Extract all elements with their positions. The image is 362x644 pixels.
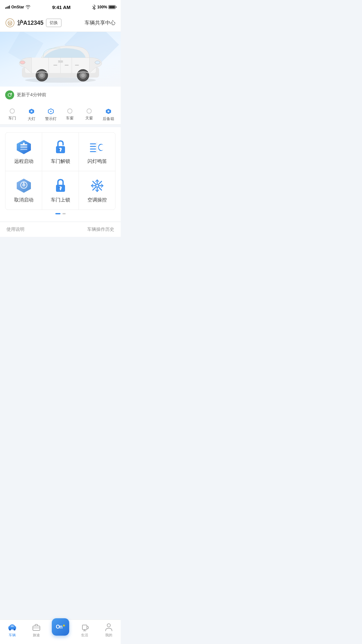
svg-rect-21 <box>75 65 79 66</box>
car-svg: 英朗 <box>15 38 106 83</box>
svg-rect-20 <box>65 65 69 66</box>
action-label-flash-horn: 闪灯鸣笛 <box>88 158 107 164</box>
indicator-window[interactable]: 车窗 <box>60 108 79 122</box>
signal-icon <box>5 5 10 9</box>
action-label-remote-start: 远程启动 <box>14 158 33 164</box>
cancel-start-icon <box>16 178 32 194</box>
status-indicators: 车门 大灯 警示灯 车窗 天窗 <box>0 103 121 125</box>
svg-point-32 <box>23 143 25 145</box>
indicator-label-sunroof: 天窗 <box>85 116 93 121</box>
page-dot-inactive <box>62 213 66 214</box>
indicator-label-trunk: 后备箱 <box>103 116 114 122</box>
share-center-link[interactable]: 车辆共享中心 <box>85 20 116 26</box>
indicator-dot-sunroof <box>87 108 92 114</box>
indicator-label-warning: 警示灯 <box>45 116 57 122</box>
svg-rect-31 <box>20 149 27 150</box>
svg-point-27 <box>107 110 109 112</box>
ac-control-icon <box>89 178 105 194</box>
update-status: 更新于4分钟前 <box>0 87 121 103</box>
remote-start-icon <box>16 139 32 155</box>
page-dots <box>5 210 116 216</box>
svg-point-25 <box>50 111 51 112</box>
status-bar: OnStar 9:41 AM 100% <box>0 0 121 14</box>
history-link[interactable]: 车辆操作历史 <box>87 227 114 232</box>
indicator-warning[interactable]: 警示灯 <box>41 108 60 122</box>
svg-rect-51 <box>59 187 60 188</box>
hex-warning-icon <box>48 108 54 114</box>
svg-text:英朗: 英朗 <box>58 60 63 63</box>
indicator-headlights[interactable]: 大灯 <box>22 108 41 122</box>
remote-start-svg <box>16 139 32 155</box>
action-door-unlock[interactable]: 车门解锁 <box>42 133 79 171</box>
svg-point-43 <box>99 145 105 150</box>
door-unlock-icon <box>52 139 69 155</box>
indicator-sunroof[interactable]: 天窗 <box>79 108 99 122</box>
action-door-lock[interactable]: 车门上锁 <box>42 171 79 210</box>
action-remote-start[interactable]: 远程启动 <box>5 133 42 171</box>
header: 沪A12345 切换 车辆共享中心 <box>0 14 121 32</box>
car-image: 英朗 <box>15 38 106 83</box>
door-unlock-svg <box>53 139 68 155</box>
door-lock-icon <box>52 178 69 194</box>
update-text: 更新于4分钟前 <box>17 92 46 98</box>
door-lock-svg <box>53 178 68 194</box>
svg-point-10 <box>95 61 100 64</box>
footer-links: 使用说明 车辆操作历史 <box>0 222 121 237</box>
svg-rect-19 <box>53 65 57 66</box>
carrier-label: OnStar <box>11 5 24 9</box>
wifi-icon <box>25 5 31 9</box>
indicator-dot-door <box>10 108 15 114</box>
svg-rect-50 <box>60 188 61 190</box>
indicator-label-headlights: 大灯 <box>28 116 35 122</box>
page-dot-active <box>55 213 60 214</box>
status-right: 100% <box>92 5 116 10</box>
indicator-trunk[interactable]: 后备箱 <box>99 108 118 122</box>
svg-point-14 <box>81 73 85 77</box>
car-hero: 英朗 <box>0 32 121 87</box>
instructions-link[interactable]: 使用说明 <box>6 227 24 232</box>
buick-logo <box>5 18 15 28</box>
header-left: 沪A12345 切换 <box>5 18 61 28</box>
plate-number: 沪A12345 <box>17 19 43 27</box>
action-label-door-lock: 车门上锁 <box>51 197 70 203</box>
action-label-ac-control: 空调操控 <box>88 197 107 203</box>
status-time: 9:41 AM <box>52 5 70 10</box>
bluetooth-icon <box>92 5 96 10</box>
svg-point-11 <box>20 61 25 64</box>
svg-point-23 <box>31 110 32 112</box>
svg-point-17 <box>40 73 44 77</box>
action-label-cancel-start: 取消启动 <box>14 197 33 203</box>
refresh-svg <box>7 92 12 98</box>
battery-label: 100% <box>97 5 107 9</box>
hex-trunk-icon <box>106 108 111 114</box>
switch-button[interactable]: 切换 <box>46 19 61 27</box>
action-grid: 远程启动 车门解锁 <box>5 132 116 210</box>
indicator-label-window: 车窗 <box>66 116 74 121</box>
indicator-door[interactable]: 车门 <box>3 108 22 122</box>
indicator-label-door: 车门 <box>8 116 16 121</box>
action-flash-horn[interactable]: 闪灯鸣笛 <box>79 133 115 171</box>
cancel-start-svg <box>16 178 32 194</box>
action-cancel-start[interactable]: 取消启动 <box>5 171 42 210</box>
action-ac-control[interactable]: 空调操控 <box>79 171 115 210</box>
hex-headlights-icon <box>29 108 34 114</box>
svg-point-64 <box>96 184 98 187</box>
svg-rect-36 <box>59 149 60 150</box>
status-left: OnStar <box>5 5 31 9</box>
svg-rect-30 <box>20 146 27 148</box>
svg-rect-35 <box>60 150 61 152</box>
action-label-door-unlock: 车门解锁 <box>51 158 70 164</box>
refresh-icon[interactable] <box>5 90 14 99</box>
ac-control-svg <box>90 178 105 193</box>
flash-horn-icon <box>89 139 105 155</box>
action-grid-wrapper: 远程启动 车门解锁 <box>0 127 121 221</box>
indicator-dot-window <box>67 108 72 114</box>
flash-horn-svg <box>89 140 105 154</box>
battery-icon <box>108 5 116 9</box>
